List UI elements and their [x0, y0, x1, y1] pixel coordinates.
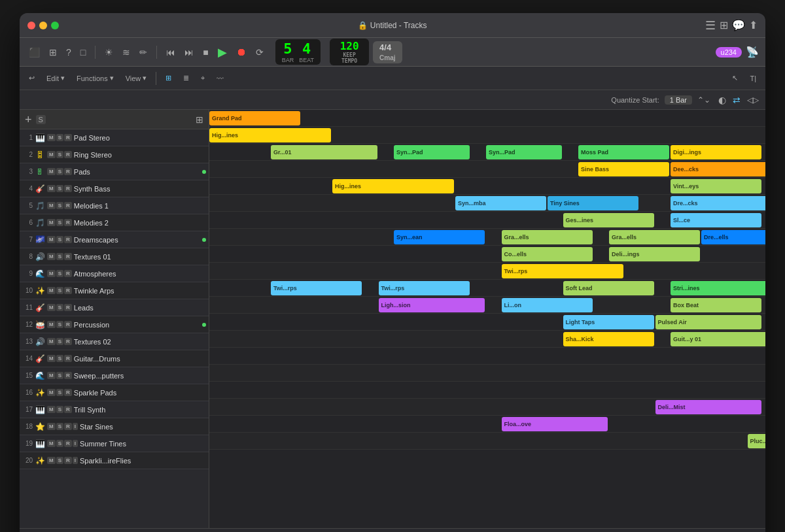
mute-button[interactable]: M [47, 372, 56, 379]
region-block[interactable]: Moss Pad [578, 145, 669, 159]
monitor-icon[interactable]: □ [78, 46, 88, 59]
solo-button[interactable]: S [56, 423, 63, 430]
pointer-btn[interactable]: ↖ [728, 73, 742, 84]
region-block[interactable]: Guit...y 01 [671, 332, 765, 346]
record-button[interactable]: R [64, 270, 72, 277]
fullscreen-button[interactable] [51, 22, 59, 29]
region-block[interactable]: Gr...01 [271, 145, 377, 159]
track-row[interactable]: 8 🔊 M S R Textures 01 [20, 248, 209, 265]
play-button[interactable]: ▶ [215, 44, 230, 61]
track-row[interactable]: 18 ⭐ M S R I Star Sines [20, 418, 209, 435]
record-button[interactable]: R [64, 355, 72, 362]
record-button[interactable]: R [64, 406, 72, 413]
minimize-button[interactable] [39, 22, 47, 29]
back-btn[interactable]: ↩ [25, 73, 39, 84]
record-button[interactable]: R [64, 253, 72, 260]
mute-button[interactable]: M [47, 406, 56, 413]
region-block[interactable]: Deli...Mist [655, 400, 762, 414]
record-button[interactable]: R [64, 372, 72, 379]
record-button[interactable]: R [64, 219, 72, 226]
mute-button[interactable]: M [47, 457, 56, 464]
pencil-icon[interactable]: ✏ [137, 46, 150, 59]
functions-btn[interactable]: Functions ▾ [73, 73, 118, 84]
record-button[interactable]: R [64, 151, 72, 158]
solo-button[interactable]: S [56, 270, 63, 277]
metronome-icon[interactable]: ☀ [102, 46, 116, 59]
region-block[interactable]: Grand Pad [209, 111, 300, 125]
input-button[interactable]: I [73, 440, 78, 447]
mute-button[interactable]: M [47, 270, 56, 277]
region-block[interactable]: Digi...ings [671, 145, 761, 159]
help-icon[interactable]: ? [63, 46, 74, 59]
track-row[interactable]: 17 🎹 M S R Trill Synth [20, 401, 209, 418]
prev-button[interactable]: ⏮ [164, 46, 178, 59]
solo-button[interactable]: S [56, 321, 63, 328]
region-block[interactable]: Li...on [502, 298, 593, 312]
solo-button[interactable]: S [56, 355, 63, 362]
channel-view-icon[interactable]: ⊞ [196, 114, 203, 125]
view-btn[interactable]: View ▾ [122, 73, 151, 84]
edit-btn[interactable]: Edit ▾ [43, 73, 69, 84]
track-row[interactable]: 4 🎸 M S R Synth Bass [20, 180, 209, 197]
rewind-icon[interactable]: ⬛ [26, 46, 43, 59]
add-track-button[interactable]: + [25, 114, 32, 125]
mute-button[interactable]: M [47, 185, 56, 192]
region-block[interactable]: Hig...ines [209, 128, 331, 142]
input-button[interactable]: I [73, 423, 78, 430]
track-row[interactable]: 2 🎛 M S R Ring Stereo [20, 146, 209, 163]
solo-button[interactable]: S [56, 134, 63, 141]
mute-button[interactable]: M [47, 355, 56, 362]
share-icon[interactable]: ⬆ [749, 19, 758, 31]
next-button[interactable]: ⏭ [182, 46, 196, 59]
record-button[interactable]: R [64, 321, 72, 328]
quantize-value[interactable]: 1 Bar [665, 95, 692, 105]
track-row[interactable]: 20 ✨ M S R I Sparkli...ireFlies [20, 452, 209, 469]
solo-button[interactable]: S [56, 253, 63, 260]
solo-button[interactable]: S [56, 457, 63, 464]
track-row[interactable]: 16 ✨ M S R Sparkle Pads [20, 384, 209, 401]
region-block[interactable]: Tiny Sines [548, 196, 638, 210]
ruler-btn[interactable]: ⌖ [197, 73, 209, 84]
region-block[interactable]: Syn...mba [455, 196, 546, 210]
user-badge[interactable]: u234 [716, 47, 742, 58]
region-block[interactable]: Co...ells [502, 247, 593, 261]
mute-button[interactable]: M [47, 202, 56, 209]
solo-button[interactable]: S [56, 287, 63, 294]
track-row[interactable]: 14 🎸 M S R Guitar...Drums [20, 350, 209, 367]
list-view-icon[interactable]: ☰ [705, 18, 716, 33]
mute-button[interactable]: M [47, 253, 56, 260]
track-row[interactable]: 9 🌊 M S R Atmospheres [20, 265, 209, 282]
grid-btn[interactable]: ⊞ [162, 73, 175, 84]
record-button[interactable]: R [64, 423, 72, 430]
region-block[interactable]: Dre...ells [701, 230, 765, 244]
region-block[interactable]: Syn...Pad [394, 145, 470, 159]
track-row[interactable]: 15 🌊 M S R Sweep...putters [20, 367, 209, 384]
region-block[interactable]: Gra...ells [502, 230, 593, 244]
solo-button[interactable]: S [56, 372, 63, 379]
region-block[interactable]: Pluc...Rain [748, 434, 766, 448]
region-block[interactable]: Sha...Kick [563, 332, 654, 346]
mute-button[interactable]: M [47, 389, 56, 396]
region-block[interactable]: Twi...rps [379, 281, 470, 295]
grid-view-icon[interactable]: ⊞ [720, 19, 728, 31]
track-row[interactable]: 13 🔊 M S R Textures 02 [20, 333, 209, 350]
region-block[interactable]: Gra...ells [609, 230, 700, 244]
close-button[interactable] [27, 22, 35, 29]
loop-button[interactable]: ⟳ [253, 46, 266, 59]
region-block[interactable]: Syn...ean [394, 230, 485, 244]
track-row[interactable]: 5 🎵 M S R Melodies 1 [20, 197, 209, 214]
region-block[interactable]: Deli...ings [609, 247, 700, 261]
region-block[interactable]: Floa...ove [502, 417, 608, 431]
mute-button[interactable]: M [47, 236, 56, 243]
mute-button[interactable]: M [47, 168, 56, 175]
stop-button[interactable]: ■ [200, 46, 211, 59]
track-row[interactable]: 6 🎵 M S R Melodies 2 [20, 214, 209, 231]
list-btn[interactable]: ≣ [179, 73, 193, 84]
record-button[interactable]: R [64, 168, 72, 175]
record-button[interactable]: R [64, 304, 72, 311]
record-button[interactable]: R [64, 185, 72, 192]
solo-button[interactable]: S [56, 219, 63, 226]
region-block[interactable]: Syn...Pad [486, 145, 562, 159]
solo-button[interactable]: S [56, 151, 63, 158]
mute-button[interactable]: M [47, 134, 56, 141]
